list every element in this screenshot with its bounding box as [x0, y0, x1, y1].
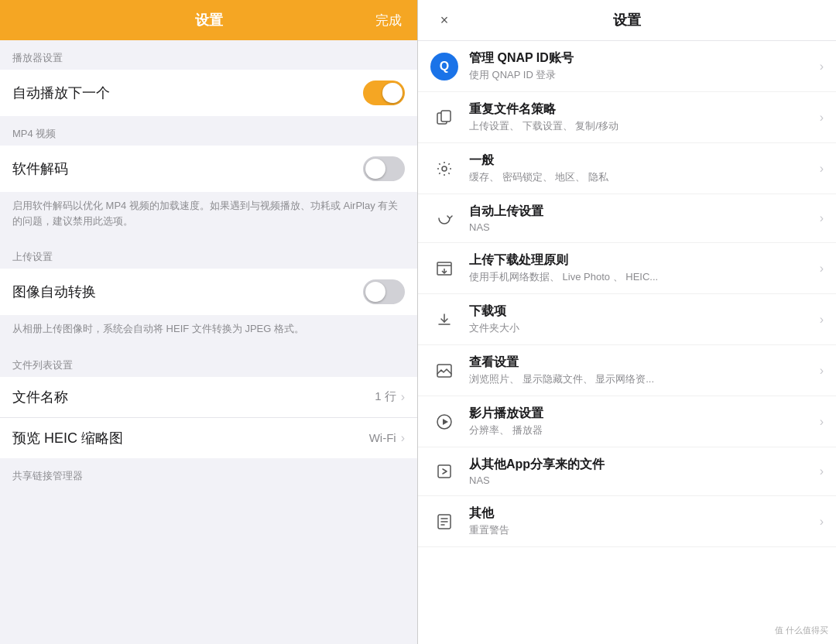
- upload-download-chevron: ›: [820, 262, 824, 276]
- close-icon: ×: [440, 12, 449, 29]
- software-decode-description: 启用软件解码以优化 MP4 视频的加载速度。如果遇到与视频播放、功耗或 AirP…: [0, 192, 417, 239]
- menu-item-view-settings[interactable]: 查看设置 浏览照片、 显示隐藏文件、 显示网络资... ›: [418, 345, 836, 396]
- auto-upload-text: 自动上传设置 NAS: [469, 204, 809, 233]
- filelist-section-header: 文件列表设置: [0, 348, 417, 377]
- view-settings-title: 查看设置: [469, 355, 809, 371]
- left-title: 设置: [195, 11, 223, 29]
- share-section-header: 共享链接管理器: [0, 458, 417, 488]
- menu-item-general[interactable]: 一般 缓存、 密码锁定、 地区、 隐私 ›: [418, 143, 836, 194]
- duplicate-text: 重复文件名策略 上传设置、 下载设置、 复制/移动: [469, 101, 809, 133]
- qnap-title: 管理 QNAP ID账号: [469, 50, 809, 67]
- qnap-icon: Q: [430, 53, 458, 80]
- qnap-subtitle: 使用 QNAP ID 登录: [469, 68, 809, 82]
- left-header: 设置 完成: [0, 0, 417, 40]
- software-decode-toggle[interactable]: [363, 156, 405, 181]
- filename-chevron: ›: [401, 390, 405, 404]
- svg-marker-7: [443, 419, 448, 425]
- preview-heic-row[interactable]: 预览 HEIC 缩略图 Wi-Fi ›: [0, 418, 417, 458]
- qnap-chevron: ›: [820, 60, 824, 74]
- other-text: 其他 重置警告: [469, 505, 809, 537]
- menu-item-other[interactable]: 其他 重置警告 ›: [418, 496, 836, 547]
- video-chevron: ›: [820, 415, 824, 429]
- upload-section-header: 上传设置: [0, 239, 417, 269]
- shared-files-subtitle: NAS: [469, 474, 809, 486]
- download-subtitle: 文件夹大小: [469, 321, 809, 335]
- menu-item-shared-files[interactable]: 从其他App分享来的文件 NAS ›: [418, 447, 836, 496]
- shared-files-title: 从其他App分享来的文件: [469, 457, 809, 473]
- svg-rect-1: [441, 111, 451, 122]
- download-icon: [430, 306, 458, 334]
- shared-files-icon: [430, 457, 458, 485]
- right-header: × 设置: [418, 0, 836, 41]
- duplicate-title: 重复文件名策略: [469, 101, 809, 118]
- preview-heic-chevron: ›: [401, 431, 405, 445]
- svg-rect-8: [438, 465, 451, 478]
- video-title: 影片播放设置: [469, 406, 809, 422]
- left-panel: 设置 完成 播放器设置 自动播放下一个 MP4 视频 软件解码 启用软件解码以优…: [0, 0, 418, 644]
- upload-download-title: 上传下载处理原则: [469, 252, 809, 269]
- auto-convert-description: 从相册上传图像时，系统会自动将 HEIF 文件转换为 JPEG 格式。: [0, 315, 417, 348]
- right-title: 设置: [433, 11, 821, 29]
- qnap-text: 管理 QNAP ID账号 使用 QNAP ID 登录: [469, 50, 809, 82]
- menu-item-qnap-id[interactable]: Q 管理 QNAP ID账号 使用 QNAP ID 登录 ›: [418, 41, 836, 92]
- duplicate-icon: [430, 104, 458, 132]
- download-title: 下载项: [469, 303, 809, 320]
- general-chevron: ›: [820, 162, 824, 176]
- other-subtitle: 重置警告: [469, 523, 809, 537]
- upload-download-subtitle: 使用手机网络数据、 Live Photo 、 HEIC...: [469, 270, 809, 284]
- upload-download-icon: [430, 255, 458, 283]
- other-chevron: ›: [820, 515, 824, 529]
- left-content: 播放器设置 自动播放下一个 MP4 视频 软件解码 启用软件解码以优化 MP4 …: [0, 40, 417, 644]
- auto-convert-row[interactable]: 图像自动转换: [0, 269, 417, 315]
- auto-upload-subtitle: NAS: [469, 221, 809, 233]
- video-text: 影片播放设置 分辨率、 播放器: [469, 406, 809, 437]
- player-section-header: 播放器设置: [0, 40, 417, 70]
- view-settings-chevron: ›: [820, 364, 824, 378]
- view-settings-icon: [430, 357, 458, 385]
- duplicate-subtitle: 上传设置、 下载设置、 复制/移动: [469, 119, 809, 133]
- other-title: 其他: [469, 505, 809, 522]
- filename-value: 1 行: [375, 389, 396, 404]
- auto-convert-toggle[interactable]: [363, 279, 405, 304]
- right-content: Q 管理 QNAP ID账号 使用 QNAP ID 登录 › 重复文件名策略 上…: [418, 41, 836, 644]
- upload-settings-group: 图像自动转换: [0, 269, 417, 315]
- auto-play-label: 自动播放下一个: [12, 84, 110, 102]
- auto-play-toggle[interactable]: [363, 80, 405, 105]
- filelist-settings-group: 文件名称 1 行 › 预览 HEIC 缩略图 Wi-Fi ›: [0, 377, 417, 458]
- view-settings-text: 查看设置 浏览照片、 显示隐藏文件、 显示网络资...: [469, 355, 809, 386]
- filename-label: 文件名称: [12, 388, 68, 406]
- software-decode-row[interactable]: 软件解码: [0, 146, 417, 192]
- general-icon: [430, 155, 458, 183]
- video-icon: [430, 408, 458, 436]
- close-button[interactable]: ×: [433, 9, 455, 31]
- auto-upload-chevron: ›: [820, 211, 824, 225]
- other-icon: [430, 508, 458, 536]
- auto-upload-icon: [430, 204, 458, 232]
- shared-files-chevron: ›: [820, 464, 824, 478]
- duplicate-chevron: ›: [820, 111, 824, 125]
- done-button[interactable]: 完成: [375, 12, 402, 29]
- upload-download-text: 上传下载处理原则 使用手机网络数据、 Live Photo 、 HEIC...: [469, 252, 809, 284]
- right-panel: × 设置 Q 管理 QNAP ID账号 使用 QNAP ID 登录 › 重复文件…: [418, 0, 836, 644]
- mp4-section-header: MP4 视频: [0, 116, 417, 146]
- software-decode-label: 软件解码: [12, 159, 68, 178]
- shared-files-text: 从其他App分享来的文件 NAS: [469, 457, 809, 486]
- view-settings-subtitle: 浏览照片、 显示隐藏文件、 显示网络资...: [469, 372, 809, 386]
- menu-item-video[interactable]: 影片播放设置 分辨率、 播放器 ›: [418, 396, 836, 447]
- menu-item-duplicate[interactable]: 重复文件名策略 上传设置、 下载设置、 复制/移动 ›: [418, 92, 836, 143]
- player-settings-group: 自动播放下一个: [0, 70, 417, 116]
- auto-play-row[interactable]: 自动播放下一个: [0, 70, 417, 116]
- menu-item-upload-download[interactable]: 上传下载处理原则 使用手机网络数据、 Live Photo 、 HEIC... …: [418, 243, 836, 294]
- menu-item-auto-upload[interactable]: 自动上传设置 NAS ›: [418, 194, 836, 243]
- filename-row[interactable]: 文件名称 1 行 ›: [0, 377, 417, 418]
- svg-point-2: [442, 166, 447, 171]
- download-chevron: ›: [820, 313, 824, 327]
- menu-item-download[interactable]: 下载项 文件夹大小 ›: [418, 294, 836, 345]
- watermark: 值 什么值得买: [775, 625, 828, 636]
- auto-upload-title: 自动上传设置: [469, 204, 809, 220]
- video-subtitle: 分辨率、 播放器: [469, 423, 809, 437]
- general-text: 一般 缓存、 密码锁定、 地区、 隐私: [469, 152, 809, 184]
- mp4-settings-group: 软件解码: [0, 146, 417, 192]
- general-title: 一般: [469, 152, 809, 169]
- auto-convert-label: 图像自动转换: [12, 283, 96, 301]
